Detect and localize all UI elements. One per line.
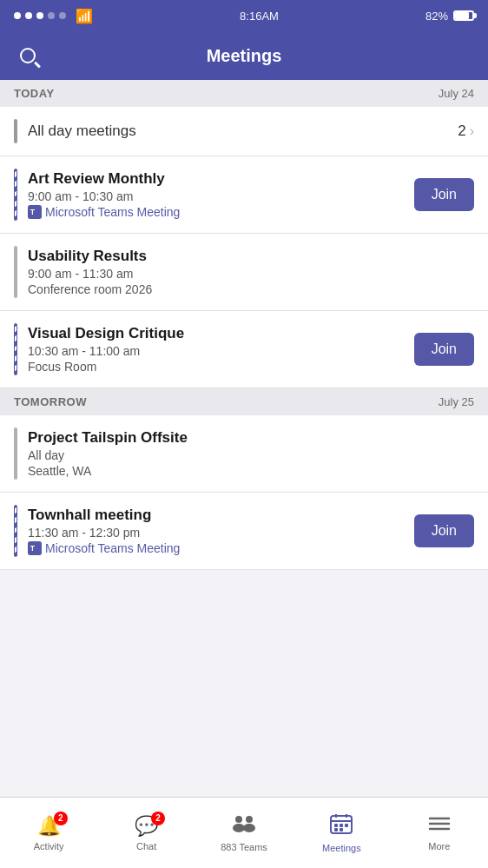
usability-details: Usability Results 9:00 am - 11:30 am Con… <box>28 248 474 296</box>
art-review-teams-link[interactable]: T Microsoft Teams Meeting <box>28 205 414 219</box>
bottom-nav: 🔔 2 Activity 💬 2 Chat 883 Teams <box>0 797 488 868</box>
teams-label: 883 Teams <box>221 842 267 852</box>
chat-label: Chat <box>136 841 156 851</box>
svg-text:T: T <box>30 208 36 216</box>
signal-dot-1 <box>14 12 21 19</box>
nav-item-teams[interactable]: 883 Teams <box>195 798 293 868</box>
art-review-bar <box>14 169 17 221</box>
visual-design-time: 10:30 am - 11:00 am <box>28 344 414 358</box>
visual-design-location: Focus Room <box>28 360 414 374</box>
usability-bar <box>14 246 17 298</box>
visual-design-bar <box>14 323 17 375</box>
art-review-details: Art Review Monthly 9:00 am - 10:30 am T … <box>28 170 414 219</box>
allday-row[interactable]: All day meetings 2 › <box>0 107 488 156</box>
tailspin-title: Project Tailspin Offsite <box>28 429 474 447</box>
signal-dot-4 <box>48 12 55 19</box>
wifi-icon: 📶 <box>76 8 93 24</box>
signal-dot-2 <box>25 12 32 19</box>
townhall-teams-link[interactable]: T Microsoft Teams Meeting <box>28 541 414 555</box>
activity-label: Activity <box>34 841 64 851</box>
usability-title: Usability Results <box>28 248 474 265</box>
usability-location: Conference room 2026 <box>28 282 474 296</box>
svg-rect-15 <box>334 828 338 832</box>
svg-point-4 <box>235 816 242 823</box>
signal-area: 📶 <box>14 8 93 24</box>
teams-logo-icon: T <box>28 205 42 219</box>
section-tomorrow-label: TOMORROW <box>14 395 87 408</box>
tailspin-bar <box>14 427 17 480</box>
svg-text:T: T <box>30 544 36 553</box>
nav-item-activity[interactable]: 🔔 2 Activity <box>0 798 97 868</box>
meetings-label: Meetings <box>322 843 361 853</box>
townhall-time: 11:30 am - 12:30 pm <box>28 526 414 540</box>
tailspin-time: All day <box>28 448 474 462</box>
header: Meetings <box>0 31 488 80</box>
tailspin-location: Seattle, WA <box>28 464 474 478</box>
signal-dot-3 <box>36 12 43 19</box>
svg-point-5 <box>246 816 253 823</box>
townhall-teams-text: Microsoft Teams Meeting <box>45 541 180 555</box>
svg-point-7 <box>243 824 255 832</box>
battery-fill <box>455 12 469 19</box>
more-icon <box>428 815 451 838</box>
status-bar: 📶 8:16AM 82% <box>0 0 488 31</box>
today-meetings-list: All day meetings 2 › Art Review Monthly … <box>0 107 488 388</box>
meeting-tailspin: Project Tailspin Offsite All day Seattle… <box>0 415 488 493</box>
meeting-townhall: Townhall meeting 11:30 am - 12:30 pm T M… <box>0 493 488 570</box>
visual-design-join-button[interactable]: Join <box>414 333 474 366</box>
art-review-title: Art Review Monthly <box>28 170 414 188</box>
section-today-date: July 24 <box>439 87 474 100</box>
townhall-join-button[interactable]: Join <box>414 514 474 547</box>
svg-point-6 <box>233 824 245 832</box>
meetings-nav-icon <box>330 813 353 839</box>
art-review-teams-text: Microsoft Teams Meeting <box>45 205 180 219</box>
section-tomorrow-header: TOMORROW July 25 <box>0 388 488 415</box>
townhall-details: Townhall meeting 11:30 am - 12:30 pm T M… <box>28 507 414 555</box>
svg-rect-14 <box>345 824 348 827</box>
status-time: 8:16AM <box>240 10 279 23</box>
allday-chevron: › <box>470 123 474 139</box>
nav-item-meetings[interactable]: Meetings <box>293 798 390 868</box>
meeting-visual-design: Visual Design Critique 10:30 am - 11:00 … <box>0 311 488 388</box>
content-area: TODAY July 24 All day meetings 2 › Art R… <box>0 80 488 797</box>
section-today-header: TODAY July 24 <box>0 80 488 107</box>
allday-title: All day meetings <box>28 123 458 140</box>
battery-percent: 82% <box>425 10 448 23</box>
more-label: More <box>428 841 450 851</box>
meeting-art-review: Art Review Monthly 9:00 am - 10:30 am T … <box>0 156 488 234</box>
svg-rect-16 <box>340 828 343 832</box>
chat-icon: 💬 2 <box>135 815 158 838</box>
teams-nav-icon <box>233 814 255 838</box>
townhall-teams-logo-icon: T <box>28 541 42 555</box>
section-today-label: TODAY <box>14 87 55 100</box>
chat-badge: 2 <box>151 812 165 825</box>
battery-icon <box>453 10 474 21</box>
svg-rect-12 <box>334 824 338 827</box>
nav-item-more[interactable]: More <box>391 798 488 868</box>
page-title: Meetings <box>207 46 282 66</box>
visual-design-title: Visual Design Critique <box>28 325 414 342</box>
townhall-title: Townhall meeting <box>28 507 414 524</box>
section-tomorrow-date: July 25 <box>439 395 474 408</box>
search-icon <box>20 48 36 63</box>
allday-bar <box>14 119 17 143</box>
art-review-join-button[interactable]: Join <box>414 178 474 211</box>
activity-badge: 2 <box>54 812 68 825</box>
svg-rect-13 <box>340 824 343 827</box>
search-button[interactable] <box>14 42 42 70</box>
tailspin-details: Project Tailspin Offsite All day Seattle… <box>28 429 474 478</box>
townhall-bar <box>14 505 17 557</box>
usability-time: 9:00 am - 11:30 am <box>28 267 474 281</box>
allday-count: 2 <box>458 123 465 140</box>
signal-dot-5 <box>59 12 66 19</box>
meeting-usability: Usability Results 9:00 am - 11:30 am Con… <box>0 234 488 311</box>
nav-item-chat[interactable]: 💬 2 Chat <box>97 798 195 868</box>
art-review-time: 9:00 am - 10:30 am <box>28 189 414 203</box>
activity-icon: 🔔 2 <box>37 815 61 838</box>
visual-design-details: Visual Design Critique 10:30 am - 11:00 … <box>28 325 414 374</box>
tomorrow-meetings-list: Project Tailspin Offsite All day Seattle… <box>0 415 488 570</box>
battery-area: 82% <box>425 10 474 23</box>
